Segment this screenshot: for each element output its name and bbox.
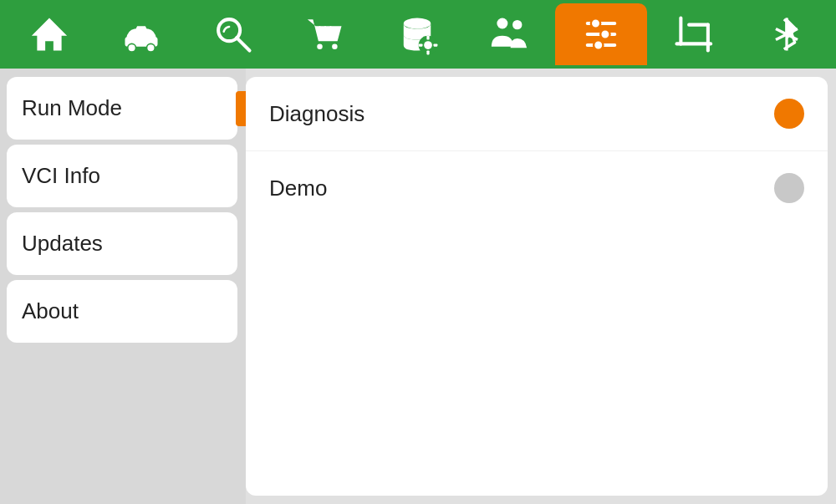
option-diagnosis[interactable]: Diagnosis [246,77,828,151]
svg-point-1 [128,43,136,52]
nav-crop[interactable] [647,3,739,65]
svg-point-13 [424,41,432,49]
sidebar-label-vci-info: VCI Info [22,163,100,189]
svg-rect-15 [426,51,429,55]
sidebar-label-about: About [22,298,79,324]
svg-rect-17 [434,43,438,46]
sidebar-label-run-mode: Run Mode [22,95,122,121]
nav-bluetooth[interactable] [741,3,833,65]
svg-point-6 [332,43,338,49]
svg-point-19 [512,20,522,29]
sidebar: Run Mode VCI Info Updates About [0,69,246,504]
sidebar-label-updates: Updates [22,231,103,257]
right-panel: Diagnosis Demo [246,77,828,496]
nav-home[interactable] [3,3,95,65]
nav-car[interactable] [95,3,187,65]
nav-search-car[interactable] [187,3,279,65]
main-content: Run Mode VCI Info Updates About Diagnosi… [0,69,836,504]
option-demo[interactable]: Demo [246,151,828,225]
sidebar-item-updates[interactable]: Updates [7,212,237,275]
option-diagnosis-label: Diagnosis [269,101,774,127]
svg-rect-14 [426,36,429,40]
svg-point-25 [594,40,603,49]
svg-rect-16 [419,43,423,46]
sidebar-item-about[interactable]: About [7,280,237,343]
svg-point-23 [591,18,600,28]
svg-point-2 [147,43,155,52]
svg-line-4 [237,38,249,50]
nav-people[interactable] [463,3,555,65]
radio-diagnosis[interactable] [774,99,804,129]
svg-point-24 [600,29,609,38]
nav-shop[interactable] [279,3,371,65]
nav-database[interactable] [371,3,463,65]
svg-point-18 [497,18,507,29]
sidebar-item-run-mode[interactable]: Run Mode [7,77,237,140]
top-nav [0,0,836,69]
option-demo-label: Demo [269,176,774,201]
nav-settings[interactable] [555,3,647,65]
svg-point-11 [404,18,431,29]
sidebar-item-vci-info[interactable]: VCI Info [7,145,237,207]
radio-demo[interactable] [774,173,804,203]
svg-point-5 [317,43,323,49]
